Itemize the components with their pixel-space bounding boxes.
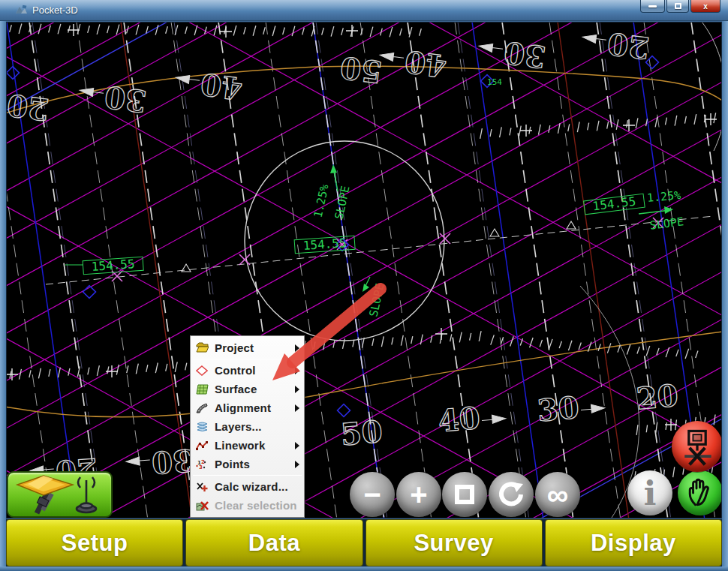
hatch-tick [491,335,495,344]
context-menu: ProjectControlSurfaceAlignmentLayers...L… [190,335,305,518]
hatch-tick [694,114,696,125]
svg-text:SLOPE: SLOPE [332,185,353,221]
hatch-tick [166,364,167,371]
submenu-arrow-icon [295,442,299,449]
zoom-window-icon [455,485,474,504]
nav-survey-button[interactable]: Survey [366,519,543,566]
info-icon: i [644,474,657,512]
menu-item-project[interactable]: Project [191,338,304,357]
zoom-out-button[interactable]: − [350,472,395,517]
x-marker [239,254,250,265]
close-button[interactable]: x [690,0,720,13]
hatch-tick [490,129,492,137]
station-label: 40 [173,64,245,107]
x-marker [440,233,450,244]
hatch-tick [646,425,647,432]
svg-text:30: 30 [536,389,581,428]
app-icon [15,4,28,17]
hatch-tick [627,344,630,354]
submenu-arrow-icon [295,404,299,412]
hatch-tick [107,26,110,33]
hatch-tick [97,365,99,376]
hatch-tick [666,347,669,357]
instrument-status-button[interactable] [672,421,722,472]
slope-annotation: SLOPE [332,185,353,221]
hatch-tick [676,350,678,356]
hatch-tick [480,128,483,139]
svg-text:50: 50 [338,50,384,90]
hatch-tick [714,415,715,425]
hatch-tick [510,128,511,136]
hatch-tick [341,28,344,35]
surface-icon [194,384,209,395]
rotate-view-button[interactable] [489,472,534,517]
hatch-tick [38,368,41,379]
hatch-tick [597,121,599,131]
zoom-in-button[interactable]: + [396,472,441,517]
slope-annotation: 1.25% [311,183,332,219]
hatch-tick [616,119,618,130]
hatch-tick [272,26,275,35]
close-icon: x [703,2,708,11]
hatch-tick [127,365,128,373]
app-window: Pocket-3D x 2030405040302020305040302015… [0,0,728,571]
menu-item-label: Surface [215,383,295,395]
hatch-tick [155,362,158,373]
cad-canvas[interactable]: 20304050403020203050403020154.55154.5515… [6,22,722,518]
hatch-tick [88,26,90,33]
hatch-tick [666,422,666,430]
svg-text:154.55: 154.55 [302,236,347,253]
hatch-tick [479,331,481,341]
svg-text:154: 154 [487,77,502,87]
hatch-tick [577,122,579,132]
hatch-tick [607,343,611,353]
hatch-tick [185,26,188,34]
menu-item-control[interactable]: Control [191,361,304,380]
hatch-tick [459,332,462,343]
menu-separator [193,359,302,359]
hatch-tick [684,116,686,124]
hatch-tick [401,335,403,346]
hatch-tick [146,365,148,372]
menu-item-linework[interactable]: Linework [191,436,304,455]
menu-item-calc-wizard[interactable]: Calc wizard... [191,477,304,496]
nav-setup-button[interactable]: Setup [6,519,183,566]
hatch-tick [136,25,139,35]
svg-text:20: 20 [606,26,651,66]
hatch-tick [263,27,266,35]
hatch-tick [420,335,423,345]
menu-item-layers[interactable]: Layers... [191,417,304,436]
hatch-tick [665,118,666,125]
maximize-button[interactable] [666,0,689,13]
window-frame-bottom [0,566,728,571]
alignment-icon [194,403,209,413]
hatch-tick [58,368,60,378]
nav-data-button[interactable]: Data [185,519,362,566]
minimize-icon [648,5,657,8]
hatch-tick [68,26,71,33]
info-button[interactable]: i [627,470,672,515]
menu-item-clear-selection[interactable]: Clear selection [191,496,304,515]
hatch-tick [331,26,334,36]
slope-annotation: 154 [487,77,502,87]
nav-display-button[interactable]: Display [545,519,722,566]
menu-item-surface[interactable]: Surface [191,380,304,398]
hatch-tick [19,369,21,380]
station-label: 20 [6,85,51,128]
zoom-window-button[interactable] [442,472,487,517]
hatch-tick [29,370,31,377]
slope-annotation: SLOPE [367,282,387,318]
menu-item-points[interactable]: 123Points [191,455,304,473]
pan-button[interactable] [678,470,722,515]
hatch-tick [598,344,600,350]
station-label: 50 [338,50,384,90]
hatch-tick [637,347,639,353]
hatch-tick [568,124,570,131]
hatch-tick [68,368,70,376]
gps-status-button[interactable] [7,471,113,518]
minimize-button[interactable] [640,0,665,13]
hatch-tick [636,118,638,128]
zoom-extents-button[interactable]: ∞ [535,472,580,517]
menu-item-alignment[interactable]: Alignment [191,398,304,417]
menu-item-label: Clear selection [215,499,300,512]
